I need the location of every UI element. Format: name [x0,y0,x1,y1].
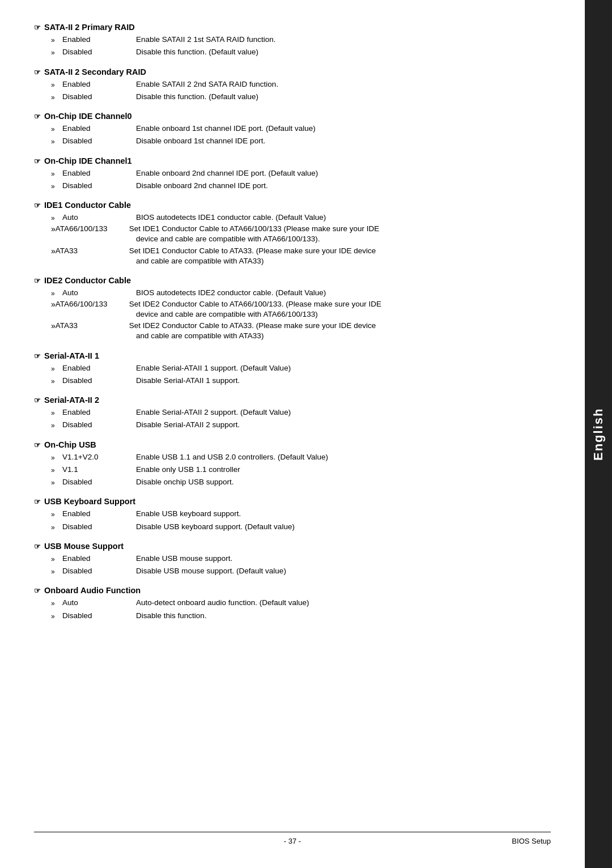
section-title-usb-mouse-support: ☞USB Mouse Support [34,542,551,551]
side-tab-english: English [585,0,612,868]
section-onchip-ide-channel0: ☞On-Chip IDE Channel0»EnabledEnable onbo… [34,112,551,148]
option-continuation: device and cable are compatible with ATA… [136,309,551,320]
option-desc: Set IDE1 Conductor Cable to ATA66/100/13… [129,224,551,233]
arrow-icon: » [51,137,60,147]
options-list-sata2-secondary-raid: »EnabledEnable SATAII 2 2nd SATA RAID fu… [51,79,551,103]
option-key: ATA66/100/133 [56,224,129,233]
list-item: »AutoAuto-detect onboard audio function.… [51,597,551,609]
arrow-icon: » [51,567,60,577]
option-key: Auto [62,212,136,223]
arrow-icon: » [51,92,60,103]
section-title-sata2-primary-raid: ☞SATA-II 2 Primary RAID [34,23,551,32]
option-desc: Disable Serial-ATAII 2 support. [136,419,551,431]
section-title-onchip-ide-channel0: ☞On-Chip IDE Channel0 [34,112,551,121]
section-sata2-primary-raid: ☞SATA-II 2 Primary RAID»EnabledEnable SA… [34,23,551,59]
option-desc: Enable USB 1.1 and USB 2.0 controllers. … [136,452,551,463]
section-title-text-sata2-primary-raid: SATA-II 2 Primary RAID [44,23,135,32]
options-list-serial-ata-ii-2: »EnabledEnable Serial-ATAII 2 support. (… [51,407,551,431]
cursor-icon: ☞ [34,441,41,449]
list-item: »DisabledDisable onchip USB support. [51,476,551,488]
list-item: »EnabledEnable USB mouse support. [51,553,551,564]
option-desc: Enable onboard 1st channel IDE port. (De… [136,123,551,134]
list-item: »EnabledEnable onboard 2nd channel IDE p… [51,168,551,179]
option-key: ATA33 [56,246,129,255]
cursor-icon: ☞ [34,23,41,32]
option-desc: BIOS autodetects IDE2 conductor cable. (… [136,287,551,299]
option-desc: Set IDE2 Conductor Cable to ATA33. (Plea… [129,321,551,330]
list-item: »AutoBIOS autodetects IDE1 conductor cab… [51,212,551,223]
main-content: ☞SATA-II 2 Primary RAID»EnabledEnable SA… [0,0,585,868]
list-item: »DisabledDisable Serial-ATAII 2 support. [51,419,551,431]
page-container: ☞SATA-II 2 Primary RAID»EnabledEnable SA… [0,0,612,868]
section-title-ide2-conductor-cable: ☞IDE2 Conductor Cable [34,276,551,285]
option-key: Disabled [62,46,136,58]
option-key: Disabled [62,375,136,386]
option-desc: Enable SATAII 2 2nd SATA RAID function. [136,79,551,90]
section-title-ide1-conductor-cable: ☞IDE1 Conductor Cable [34,201,551,210]
arrow-icon: » [51,300,56,309]
option-key: Disabled [62,419,136,431]
list-item: »EnabledEnable USB keyboard support. [51,508,551,520]
cursor-icon: ☞ [34,542,41,551]
options-list-onchip-ide-channel0: »EnabledEnable onboard 1st channel IDE p… [51,123,551,147]
arrow-icon: » [51,420,60,431]
section-title-text-onchip-ide-channel0: On-Chip IDE Channel0 [44,112,132,121]
option-desc: Enable onboard 2nd channel IDE port. (De… [136,168,551,179]
cursor-icon: ☞ [34,68,41,76]
list-item: »EnabledEnable SATAII 2 1st SATA RAID fu… [51,34,551,45]
option-key: Enabled [62,168,136,179]
arrow-icon: » [51,509,60,520]
option-desc: Disable this function. [136,610,551,622]
list-item: »DisabledDisable this function. (Default… [51,91,551,103]
option-key: ATA66/100/133 [56,300,129,308]
option-key: Enabled [62,363,136,374]
section-title-text-usb-keyboard-support: USB Keyboard Support [44,497,135,506]
option-desc: Disable onchip USB support. [136,476,551,488]
arrow-icon: » [51,408,60,418]
section-title-onchip-usb: ☞On-Chip USB [34,440,551,449]
option-key: ATA33 [56,321,129,330]
option-key: V1.1 [62,464,136,475]
option-desc: Disable onboard 2nd channel IDE port. [136,180,551,192]
arrow-icon: » [51,364,60,374]
arrow-icon: » [51,48,60,58]
list-item: »EnabledEnable onboard 1st channel IDE p… [51,123,551,134]
section-title-text-ide1-conductor-cable: IDE1 Conductor Cable [44,201,131,210]
option-key: Disabled [62,565,136,577]
list-item: »EnabledEnable SATAII 2 2nd SATA RAID fu… [51,79,551,90]
list-item: »V1.1Enable only USB 1.1 controller [51,464,551,475]
arrow-icon: » [51,554,60,564]
option-key: Enabled [62,34,136,45]
cursor-icon: ☞ [34,586,41,595]
arrow-icon: » [51,478,60,488]
list-item: »EnabledEnable Serial-ATAII 2 support. (… [51,407,551,418]
arrow-icon: » [51,213,60,223]
section-title-serial-ata-ii-2: ☞Serial-ATA-II 2 [34,395,551,405]
section-ide2-conductor-cable: ☞IDE2 Conductor Cable»AutoBIOS autodetec… [34,276,551,343]
option-key: Disabled [62,91,136,103]
cursor-icon: ☞ [34,112,41,121]
section-sata2-secondary-raid: ☞SATA-II 2 Secondary RAID»EnabledEnable … [34,67,551,104]
section-title-text-serial-ata-ii-1: Serial-ATA-II 1 [44,351,99,360]
option-desc: Enable SATAII 2 1st SATA RAID function. [136,34,551,45]
option-key: V1.1+V2.0 [62,452,136,463]
option-continuation: device and cable are compatible with ATA… [136,233,551,245]
option-desc: Enable Serial-ATAII 1 support. (Default … [136,363,551,374]
options-list-onboard-audio-function: »AutoAuto-detect onboard audio function.… [51,597,551,622]
option-continuation: and cable are compatible with ATA33) [136,256,551,267]
option-desc: Disable USB keyboard support. (Default v… [136,521,551,533]
section-usb-mouse-support: ☞USB Mouse Support»EnabledEnable USB mou… [34,542,551,578]
section-title-text-onchip-ide-channel1: On-Chip IDE Channel1 [44,156,132,165]
arrow-icon: » [51,80,60,90]
arrow-icon: » [51,246,56,256]
section-onchip-ide-channel1: ☞On-Chip IDE Channel1»EnabledEnable onbo… [34,156,551,193]
arrow-icon: » [51,35,60,45]
option-desc: BIOS autodetects IDE1 conductor cable. (… [136,212,551,223]
list-item: »DisabledDisable USB mouse support. (Def… [51,565,551,577]
cursor-icon: ☞ [34,201,41,210]
section-title-text-sata2-secondary-raid: SATA-II 2 Secondary RAID [44,67,146,76]
list-item: »DisabledDisable USB keyboard support. (… [51,521,551,533]
options-list-sata2-primary-raid: »EnabledEnable SATAII 2 1st SATA RAID fu… [51,34,551,58]
option-key: Enabled [62,407,136,418]
option-key: Enabled [62,123,136,134]
